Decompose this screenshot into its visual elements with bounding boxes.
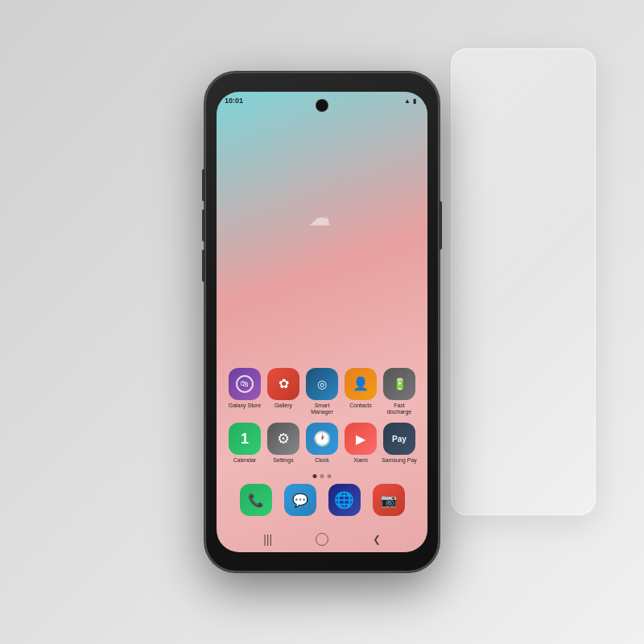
contacts-icon: 👤 — [345, 368, 377, 400]
dock-phone[interactable]: 📞 — [238, 484, 274, 518]
clock-label: Clock — [315, 457, 329, 464]
samsung-pay-label: Samsung Pay — [382, 457, 417, 464]
app-xiami[interactable]: ▶ Xiami — [343, 423, 378, 464]
app-gallery[interactable]: ✿ Gallery — [266, 368, 301, 415]
dock-camera[interactable]: 📷 — [371, 484, 407, 518]
app-row-1: 🛍 Galaxy Store ✿ Gallery ◎ — [225, 368, 419, 415]
calendar-label: Calendar — [233, 457, 256, 464]
nav-bar: ||| ❮ — [242, 533, 402, 546]
clock-icon: 🕐 — [306, 423, 338, 455]
app-fast-discharge[interactable]: 🔋 Fast discharge — [382, 368, 417, 415]
galaxy-store-inner: 🛍 — [236, 375, 254, 393]
camera-hole — [316, 100, 328, 111]
app-galaxy-store[interactable]: 🛍 Galaxy Store — [227, 368, 262, 415]
galaxy-store-icon: 🛍 — [229, 368, 261, 400]
app-calendar[interactable]: 1 Calendar — [227, 423, 262, 464]
settings-icon: ⚙ — [267, 423, 299, 455]
page-dots — [313, 474, 332, 478]
fast-discharge-icon: 🔋 — [383, 368, 415, 400]
xiami-label: Xiami — [353, 457, 368, 464]
cloud-icon: ☁+ — [308, 204, 336, 231]
scene: 10:01 ▲ ▮ ☁+ 🛍 — [0, 0, 644, 644]
galaxy-store-label: Galaxy Store — [229, 402, 261, 409]
phone-screen: 10:01 ▲ ▮ ☁+ 🛍 — [217, 92, 427, 552]
app-settings[interactable]: ⚙ Settings — [266, 423, 301, 464]
page-dot-3 — [328, 474, 332, 478]
xiami-icon: ▶ — [345, 423, 377, 455]
internet-icon: 🌐 — [328, 484, 361, 516]
phone-call-icon: 📞 — [240, 484, 272, 516]
fast-discharge-label: Fast discharge — [382, 402, 417, 415]
battery-icon: ▮ — [413, 97, 416, 105]
calendar-icon: 1 — [229, 423, 261, 455]
samsung-pay-icon: Pay — [383, 423, 415, 455]
app-row-2: 1 Calendar ⚙ Settings 🕐 — [225, 423, 419, 464]
gallery-icon: ✿ — [267, 368, 299, 400]
page-dot-2 — [320, 474, 324, 478]
messages-icon: 💬 — [284, 484, 316, 516]
status-icons: ▲ ▮ — [404, 97, 416, 105]
app-smart-manager[interactable]: ◎ Smart Manager — [304, 368, 340, 415]
camera-app-icon: 📷 — [373, 484, 405, 516]
nav-recent-button[interactable]: ||| — [263, 533, 272, 546]
app-clock[interactable]: 🕐 Clock — [304, 423, 340, 464]
settings-label: Settings — [273, 457, 293, 464]
app-grid: 🛍 Galaxy Store ✿ Gallery ◎ — [225, 368, 419, 472]
dock-internet[interactable]: 🌐 — [327, 484, 362, 518]
signal-icon: ▲ — [404, 97, 411, 105]
smart-manager-icon: ◎ — [306, 368, 338, 400]
nav-home-button[interactable] — [316, 533, 328, 546]
screen-protector — [451, 48, 596, 515]
phone-body: 10:01 ▲ ▮ ☁+ 🛍 — [205, 72, 439, 572]
page-dot-1 — [313, 474, 317, 478]
cloud-upload-area[interactable]: ☁+ — [308, 204, 336, 231]
app-contacts[interactable]: 👤 Contacts — [343, 368, 378, 415]
status-time: 10:01 — [225, 97, 243, 105]
smart-manager-label: Smart Manager — [304, 402, 340, 415]
dock-messages[interactable]: 💬 — [283, 484, 318, 518]
app-samsung-pay[interactable]: Pay Samsung Pay — [382, 423, 417, 464]
contacts-label: Contacts — [349, 402, 372, 409]
gallery-label: Gallery — [275, 402, 292, 409]
dock: 📞 💬 🌐 📷 — [233, 484, 411, 518]
nav-back-button[interactable]: ❮ — [373, 534, 381, 545]
